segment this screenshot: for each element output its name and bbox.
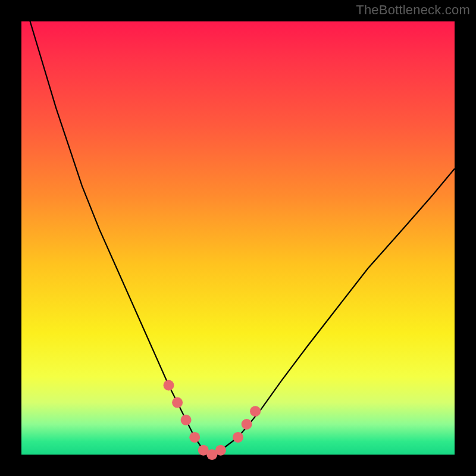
watermark-text: TheBottleneck.com — [356, 2, 470, 18]
plot-area — [21, 21, 455, 455]
curve-marker — [242, 419, 252, 430]
curve-marker — [164, 380, 174, 391]
curve-marker — [250, 406, 261, 416]
chart-frame: TheBottleneck.com — [0, 0, 476, 476]
curve-marker — [189, 432, 200, 443]
marker-group — [164, 380, 261, 461]
curve-marker — [233, 432, 243, 443]
curve-layer — [21, 21, 455, 455]
curve-marker — [215, 445, 226, 456]
curve-marker — [172, 397, 183, 408]
bottleneck-curve — [21, 0, 455, 455]
curve-marker — [181, 415, 192, 425]
